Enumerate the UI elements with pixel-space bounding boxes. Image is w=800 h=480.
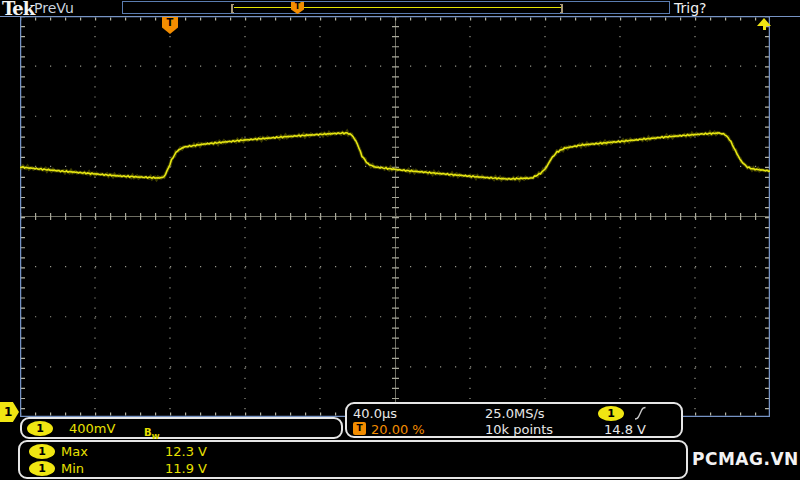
measurement-min-value: 11.9 V	[165, 461, 207, 476]
acquisition-trigger-position-flag-icon: T	[291, 2, 304, 14]
bandwidth-limit-b: B	[144, 427, 152, 438]
measurements-box: 1 Max 12.3 V 1 Min 11.9 V	[18, 440, 688, 479]
record-length-label: 10k points	[485, 422, 553, 437]
trigger-icon: T	[353, 422, 366, 435]
acquisition-window-line	[234, 7, 562, 8]
trigger-source-badge: 1	[598, 406, 624, 421]
watermark-label: PCMAG.VN	[692, 449, 799, 469]
trigger-level-arrow-stem	[763, 26, 766, 30]
timebase-trigger-readout-box: 40.0µs 25.0MS/s 1 T 20.00 % 10k points 1…	[345, 402, 683, 438]
oscilloscope-screen: Tek PreVu Trig? T T 1 1 400mV BW 40.0µs …	[0, 0, 800, 480]
acquisition-preview-bar: T	[122, 1, 670, 14]
graticule	[20, 16, 770, 417]
measurement-max-channel-badge: 1	[29, 444, 55, 459]
sample-rate-label: 25.0MS/s	[485, 406, 545, 421]
channel1-badge: 1	[27, 421, 53, 436]
bandwidth-limit-icon: BW	[144, 421, 159, 441]
acquisition-window-left-bracket	[231, 4, 234, 13]
timebase-label: 40.0µs	[353, 406, 397, 421]
measurement-min-channel-badge: 1	[29, 461, 55, 476]
measurement-row-max: 1 Max 12.3 V	[20, 444, 686, 460]
measurement-max-value: 12.3 V	[165, 444, 207, 459]
measurement-min-label: Min	[61, 461, 84, 476]
measurement-row-min: 1 Min 11.9 V	[20, 461, 686, 477]
trigger-slope-rising-icon	[634, 406, 647, 421]
acquisition-mode-label: PreVu	[34, 0, 74, 16]
channel1-position-flag: 1	[0, 402, 19, 422]
channel1-readout-box: 1 400mV BW	[20, 417, 343, 439]
acquisition-window-right-bracket	[560, 4, 563, 13]
measurement-max-label: Max	[61, 444, 88, 459]
channel1-scale-label: 400mV	[69, 421, 115, 436]
trigger-level-label: 14.8 V	[604, 422, 646, 437]
trigger-level-arrow-icon	[757, 18, 771, 30]
trigger-status-label: Trig?	[674, 0, 706, 16]
trigger-level-arrow-head	[757, 18, 771, 26]
trigger-position-percent-label: 20.00 %	[371, 422, 425, 437]
